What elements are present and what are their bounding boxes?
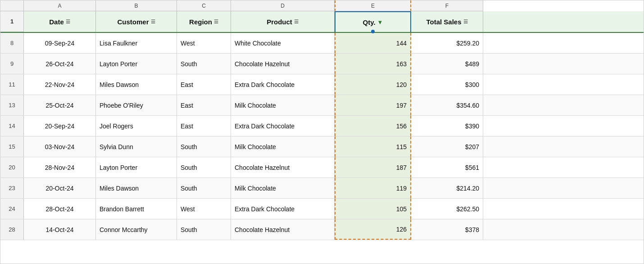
cell-qty: 115 <box>335 137 411 157</box>
row-num: 23 <box>0 178 24 198</box>
table-row[interactable]: 11 22-Nov-24 Miles Dawson East Extra Dar… <box>0 74 644 95</box>
cell-product: Milk Chocolate <box>231 178 335 198</box>
col-qty-header[interactable]: Qty. ▼ <box>335 11 411 32</box>
cell-region: South <box>177 178 231 198</box>
cell-qty: 105 <box>335 199 411 219</box>
cell-total-sales: $561 <box>411 157 483 178</box>
col-qty-label: Qty. <box>363 18 376 26</box>
table-row[interactable]: 15 03-Nov-24 Sylvia Dunn South Milk Choc… <box>0 137 644 157</box>
cell-date: 03-Nov-24 <box>24 137 96 157</box>
header-row-num: 1 <box>0 11 24 32</box>
cell-qty: 144 <box>335 33 411 53</box>
row-num: 24 <box>0 199 24 219</box>
data-rows-container: 8 09-Sep-24 Lisa Faulkner West White Cho… <box>0 33 644 240</box>
cell-customer: Lisa Faulkner <box>96 33 177 53</box>
cell-total-sales: $300 <box>411 74 483 95</box>
row-num: 28 <box>0 219 24 240</box>
cell-total-sales: $378 <box>411 219 483 240</box>
customer-filter-icon[interactable]: ☰ <box>151 19 155 25</box>
cell-customer: Miles Dawson <box>96 74 177 95</box>
col-letter-a: A <box>24 0 96 11</box>
col-product-label: Product <box>267 18 292 26</box>
row-num: 20 <box>0 157 24 178</box>
cell-region: East <box>177 74 231 95</box>
cell-product: Extra Dark Chocolate <box>231 116 335 136</box>
cell-customer: Miles Dawson <box>96 178 177 198</box>
row-num: 14 <box>0 116 24 136</box>
cell-date: 25-Oct-24 <box>24 95 96 115</box>
cell-date: 14-Oct-24 <box>24 219 96 240</box>
col-region-header[interactable]: Region ☰ <box>177 11 231 32</box>
cell-total-sales: $489 <box>411 54 483 74</box>
cell-total-sales: $259.20 <box>411 33 483 53</box>
col-totalsales-header[interactable]: Total Sales ☰ <box>411 11 483 32</box>
cell-product: Milk Chocolate <box>231 95 335 115</box>
cell-region: East <box>177 95 231 115</box>
col-letter-headers: A B C D E F <box>0 0 644 11</box>
cell-customer: Layton Porter <box>96 157 177 178</box>
drop-indicator <box>371 30 375 33</box>
col-letter-f: F <box>411 0 483 11</box>
row-num: 15 <box>0 137 24 157</box>
product-filter-icon[interactable]: ☰ <box>294 19 299 25</box>
table-row[interactable]: 23 20-Oct-24 Miles Dawson South Milk Cho… <box>0 178 644 199</box>
cell-qty: 156 <box>335 116 411 136</box>
cell-total-sales: $354.60 <box>411 95 483 115</box>
cell-product: Milk Chocolate <box>231 137 335 157</box>
table-row[interactable]: 9 26-Oct-24 Layton Porter South Chocolat… <box>0 54 644 74</box>
cell-total-sales: $390 <box>411 116 483 136</box>
cell-date: 26-Oct-24 <box>24 54 96 74</box>
cell-region: South <box>177 157 231 178</box>
date-filter-icon[interactable]: ☰ <box>66 19 70 25</box>
region-filter-icon[interactable]: ☰ <box>214 19 218 25</box>
qty-filter-icon[interactable]: ▼ <box>377 19 383 26</box>
table-row[interactable]: 28 14-Oct-24 Connor Mccarthy South Choco… <box>0 219 644 240</box>
cell-qty: 126 <box>335 219 411 240</box>
cell-total-sales: $214.20 <box>411 178 483 198</box>
cell-date: 09-Sep-24 <box>24 33 96 53</box>
table-header-row: 1 Date ☰ Customer ☰ Region ☰ Product ☰ Q… <box>0 11 644 33</box>
cell-date: 22-Nov-24 <box>24 74 96 95</box>
row-num: 8 <box>0 33 24 53</box>
col-customer-header[interactable]: Customer ☰ <box>96 11 177 32</box>
col-region-label: Region <box>189 18 212 26</box>
cell-customer: Connor Mccarthy <box>96 219 177 240</box>
table-row[interactable]: 13 25-Oct-24 Phoebe O'Riley East Milk Ch… <box>0 95 644 116</box>
cell-region: West <box>177 199 231 219</box>
cell-qty: 119 <box>335 178 411 198</box>
col-letter-d: D <box>231 0 335 11</box>
col-date-header[interactable]: Date ☰ <box>24 11 96 32</box>
cell-region: West <box>177 33 231 53</box>
cell-customer: Sylvia Dunn <box>96 137 177 157</box>
cell-date: 28-Nov-24 <box>24 157 96 178</box>
cell-qty: 187 <box>335 157 411 178</box>
cell-product: Chocolate Hazelnut <box>231 54 335 74</box>
cell-product: Chocolate Hazelnut <box>231 157 335 178</box>
col-product-header[interactable]: Product ☰ <box>231 11 335 32</box>
cell-total-sales: $262.50 <box>411 199 483 219</box>
totalsales-filter-icon[interactable]: ☰ <box>463 19 468 25</box>
cell-qty: 163 <box>335 54 411 74</box>
cell-qty: 197 <box>335 95 411 115</box>
table-body: 1 Date ☰ Customer ☰ Region ☰ Product ☰ Q… <box>0 11 644 264</box>
corner-cell <box>0 0 24 11</box>
cell-region: South <box>177 54 231 74</box>
cell-qty: 120 <box>335 74 411 95</box>
cell-product: Extra Dark Chocolate <box>231 74 335 95</box>
table-row[interactable]: 8 09-Sep-24 Lisa Faulkner West White Cho… <box>0 33 644 54</box>
col-letter-b: B <box>96 0 177 11</box>
cell-date: 20-Oct-24 <box>24 178 96 198</box>
row-num: 13 <box>0 95 24 115</box>
col-totalsales-label: Total Sales <box>426 18 461 26</box>
cell-customer: Joel Rogers <box>96 116 177 136</box>
row-num: 9 <box>0 54 24 74</box>
cell-date: 28-Oct-24 <box>24 199 96 219</box>
col-date-label: Date <box>49 18 64 26</box>
cell-product: Extra Dark Chocolate <box>231 199 335 219</box>
col-letter-c: C <box>177 0 231 11</box>
cell-region: East <box>177 116 231 136</box>
table-row[interactable]: 20 28-Nov-24 Layton Porter South Chocola… <box>0 157 644 178</box>
cell-product: Chocolate Hazelnut <box>231 219 335 240</box>
table-row[interactable]: 14 20-Sep-24 Joel Rogers East Extra Dark… <box>0 116 644 137</box>
table-row[interactable]: 24 28-Oct-24 Brandon Barrett West Extra … <box>0 199 644 219</box>
